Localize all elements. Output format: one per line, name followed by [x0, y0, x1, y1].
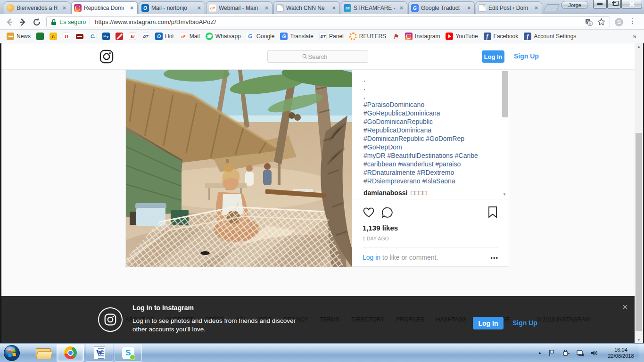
show-desktop-button[interactable] [639, 344, 644, 362]
bookmark-c[interactable]: C. [86, 31, 99, 41]
hashtag-line[interactable]: #RDnaturalmente #RDextremo [363, 168, 497, 177]
hashtag-line[interactable]: #myDR #BeautifulDestinations #Caribe [363, 151, 497, 160]
word-taskbar-button[interactable]: W [86, 344, 113, 362]
restore-button[interactable] [607, 0, 621, 8]
start-button[interactable] [3, 345, 20, 362]
bookmark-facebook[interactable]: fFacebook [481, 31, 521, 41]
bookmark-el-nacional[interactable]: El [126, 31, 139, 41]
bookmarks-overflow-icon[interactable]: » [633, 33, 640, 40]
tab-watch-cnn[interactable]: Watch CNN Ne × [273, 1, 340, 14]
bookmark-d[interactable]: D [60, 31, 73, 41]
skype-taskbar-button[interactable]: S [115, 344, 142, 362]
scrollbar-thumb[interactable] [636, 133, 642, 331]
header-login-button[interactable]: Log In [482, 50, 504, 63]
comments-scrollbar-thumb[interactable] [502, 71, 508, 117]
footer-link[interactable]: PROFILES [396, 316, 424, 323]
back-icon[interactable] [5, 17, 14, 27]
bookmark-hot[interactable]: OHot [152, 31, 177, 41]
tab-edit-post[interactable]: Edit Post ‹ Dom × [476, 1, 542, 14]
hashtag-line[interactable]: #GoRepDom [363, 143, 497, 151]
hashtag-line[interactable]: #DominicanRepublic #GoDomRep [363, 134, 497, 143]
tab-close-icon[interactable]: × [398, 5, 405, 11]
reload-icon[interactable] [32, 17, 41, 27]
tab-close-icon[interactable]: × [533, 5, 539, 11]
address-bar[interactable]: Es seguro https://www.instagram.com/p/Bm… [46, 16, 610, 27]
hashtag-line[interactable]: #RepublicaDominicana [363, 126, 497, 134]
bookmark-hoy[interactable]: Hoy [99, 31, 113, 41]
search-box[interactable] [267, 50, 368, 63]
bookmark-dt[interactable]: DT [139, 31, 152, 41]
more-options-icon[interactable]: ••• [490, 255, 498, 262]
bookmark-listin[interactable]: L [47, 31, 60, 41]
bookmark-mail[interactable]: cPMail [177, 31, 203, 41]
minimize-button[interactable] [593, 0, 607, 8]
bookmark-red-slash[interactable] [113, 31, 126, 41]
banner-login-button[interactable]: Log In [473, 317, 504, 329]
save-bookmark-icon[interactable] [487, 206, 498, 218]
post-timestamp[interactable]: 1 DAY AGO [363, 236, 498, 241]
header-signup-link[interactable]: Sign Up [514, 52, 539, 60]
new-tab-button[interactable] [544, 4, 560, 11]
search-input[interactable] [268, 51, 368, 62]
tab-webmail[interactable]: cP Webmail - Main × [206, 1, 272, 14]
post-photo[interactable] [126, 70, 352, 267]
footer-link[interactable]: HASHTAGS [436, 316, 467, 323]
tab-close-icon[interactable]: × [264, 5, 270, 11]
tab-close-icon[interactable]: × [129, 5, 135, 11]
page-scrollbar[interactable]: ▲ ▼ [635, 43, 643, 343]
bookmark-red-site[interactable] [73, 33, 86, 41]
comment-username[interactable]: damianabossi [363, 189, 407, 197]
bookmark-reuters[interactable]: REUTERS [347, 31, 389, 41]
tab-close-icon[interactable]: × [196, 5, 202, 11]
tray-expand-icon[interactable]: ▲ [538, 351, 542, 355]
bookmark-diario-libre[interactable] [33, 31, 47, 41]
tab-google-translate[interactable]: G Google Traduct × [408, 1, 475, 14]
bookmark-panel[interactable]: DTPanel [316, 31, 347, 41]
hashtag-line[interactable]: #ParaisoDominicano [363, 100, 497, 109]
tab-bienvenidos[interactable]: Bienvenidos a R × [4, 1, 70, 14]
bookmark-news[interactable]: News [4, 31, 33, 41]
instagram-logo-icon[interactable] [99, 49, 114, 64]
tab-close-icon[interactable]: × [466, 5, 472, 11]
bookmark-star-icon[interactable] [597, 18, 605, 26]
bookmark-whatsapp[interactable]: ☎Whatsapp [203, 31, 244, 41]
comment-row[interactable]: damianabossi□□□□ [363, 189, 497, 197]
banner-signup-link[interactable]: Sign Up [512, 319, 537, 327]
comment-bubble-icon[interactable] [381, 206, 394, 219]
like-heart-icon[interactable] [363, 206, 375, 219]
network-icon[interactable] [576, 349, 584, 357]
speaker-icon[interactable] [590, 349, 598, 357]
comments-scrollbar[interactable]: ▼ [502, 71, 508, 197]
login-link[interactable]: Log in [363, 254, 380, 261]
tray-clock[interactable]: 16:04 22/08/2018 [604, 347, 637, 359]
forward-icon[interactable] [18, 17, 27, 27]
footer-link[interactable]: TERMS [320, 316, 339, 323]
tab-streamfare[interactable]: SF STREAMFARE - × [341, 1, 407, 14]
bookmark-flag[interactable]: ⚑ [389, 31, 402, 41]
browser-profile-button[interactable]: Jorge [561, 1, 588, 9]
tab-mail-outlook[interactable]: O Mail - nortonjo × [139, 1, 205, 14]
bookmark-google[interactable]: GGoogle [244, 31, 278, 41]
tab-republica-dominicana[interactable]: República Domi × [71, 1, 138, 14]
browser-menu-icon[interactable]: ⋮ [629, 17, 636, 25]
chrome-taskbar-button[interactable] [57, 344, 84, 362]
skype-extension-icon[interactable]: S [615, 18, 623, 26]
scroll-down-icon[interactable]: ▼ [503, 192, 506, 197]
scroll-down-icon[interactable]: ▼ [635, 338, 643, 342]
explorer-taskbar-icon[interactable] [36, 346, 52, 360]
scroll-up-icon[interactable]: ▲ [635, 45, 643, 48]
hashtag-line[interactable]: #caribbean #wanderlust #paraiso [363, 160, 497, 168]
hashtag-line[interactable]: #RDsiempreverano #IslaSaona [363, 177, 497, 185]
tab-close-icon[interactable]: × [61, 5, 67, 11]
bookmark-youtube[interactable]: YouTube [443, 31, 480, 41]
footer-link[interactable]: DIRECTORY [351, 316, 384, 323]
hashtag-line[interactable]: #GoRepublicaDominicana [363, 109, 497, 117]
translate-page-icon[interactable]: Aa [585, 18, 593, 26]
power-plug-icon[interactable] [562, 349, 570, 357]
bookmark-instagram[interactable]: Instagram [402, 31, 443, 41]
bookmark-translate[interactable]: GTranslate [277, 31, 316, 41]
bookmark-account-settings[interactable]: fAccount Settings [521, 31, 579, 41]
likes-count[interactable]: 1,139 likes [363, 224, 498, 232]
banner-close-icon[interactable]: × [622, 302, 628, 313]
hashtag-line[interactable]: #GoDominicanRepublic [363, 117, 497, 126]
